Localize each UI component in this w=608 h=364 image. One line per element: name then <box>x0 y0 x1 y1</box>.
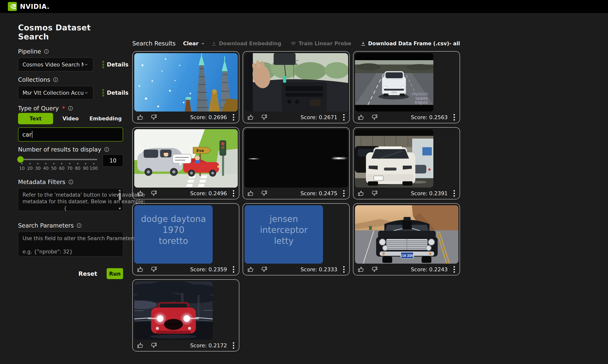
nvidia-wordmark: NVIDIA. <box>20 3 50 10</box>
slide-text-line: letty <box>274 235 294 247</box>
info-icon[interactable] <box>44 49 49 54</box>
thumbs-down-icon[interactable] <box>261 190 267 197</box>
download-embedding-label: Download Embedding <box>219 40 281 46</box>
thumbs-down-icon[interactable] <box>150 342 157 349</box>
scrollbar-thumb[interactable] <box>119 193 121 200</box>
result-card: dodge daytona 1970 toretto Score: 0.2359 <box>132 203 239 275</box>
video-thumbnail-castle-cartoon[interactable] <box>134 53 238 112</box>
metadata-filters-textarea[interactable]: Refer to the 'metadata' button to view a… <box>18 188 123 211</box>
video-thumbnail-red-car-night[interactable] <box>134 281 213 340</box>
thumbs-up-icon[interactable] <box>358 190 364 197</box>
thumbs-down-icon[interactable] <box>261 266 267 273</box>
search-parameters-label: Search Parameters <box>18 222 74 229</box>
thumbs-up-icon[interactable] <box>247 114 254 120</box>
download-embedding-button[interactable]: Download Embedding <box>211 40 281 46</box>
tab-video[interactable]: Video <box>53 113 88 124</box>
kebab-menu-icon[interactable] <box>453 265 456 273</box>
required-asterisk: * <box>62 105 65 112</box>
num-results-slider[interactable]: 10 20 30 40 50 60 70 80 90 100 <box>18 155 98 171</box>
thumbs-down-icon[interactable] <box>150 190 157 197</box>
video-thumbnail-dark-night-road[interactable] <box>245 129 348 188</box>
watermark-line: RODAS <box>415 101 428 104</box>
pipeline-details-button[interactable]: Details <box>102 61 128 68</box>
tick-label: 10 <box>19 166 25 171</box>
scroll-down-arrow-icon[interactable] <box>118 208 121 209</box>
info-icon[interactable] <box>77 223 82 228</box>
slide-text-line: 1970 <box>163 224 184 235</box>
download-dataframe-button[interactable]: Download Data Frame (.csv)- all <box>361 40 460 46</box>
tab-embedding[interactable]: Embedding <box>88 113 123 124</box>
tick-label: 90 <box>83 166 88 171</box>
tick-label: 30 <box>35 166 40 171</box>
tick-label: 60 <box>59 166 65 171</box>
kebab-menu-icon[interactable] <box>232 113 235 121</box>
nvidia-logo: NVIDIA. <box>8 2 50 11</box>
score-value: 0.2671 <box>319 114 337 120</box>
info-icon[interactable] <box>68 106 73 111</box>
slider-thumb[interactable] <box>17 156 24 163</box>
textarea-scrollbar[interactable] <box>117 190 122 209</box>
video-thumbnail-garage-car[interactable] <box>355 129 433 188</box>
kebab-menu-icon[interactable] <box>342 189 345 197</box>
train-linear-probe-button[interactable]: Train Linear Probe <box>291 40 351 46</box>
kebab-menu-icon[interactable] <box>342 113 345 121</box>
search-parameters-textarea[interactable]: Use this field to alter the Search Param… <box>18 232 123 256</box>
video-thumbnail-classic-car[interactable]: 110 ZDQ <box>355 205 458 264</box>
kebab-menu-icon[interactable] <box>453 113 456 121</box>
thumbs-down-icon[interactable] <box>371 266 378 273</box>
collections-select[interactable]: Msr Vtt Collection Accuracy T... <box>18 86 93 100</box>
score-label: Score: <box>411 266 427 273</box>
score-value: 0.2563 <box>429 114 448 120</box>
thumbs-down-icon[interactable] <box>261 114 267 120</box>
video-thumbnail-cartoon-traffic[interactable]: Eva <box>134 129 238 188</box>
result-card: jensen interceptor letty Score: 0.2333 <box>243 203 350 275</box>
scroll-up-arrow-icon[interactable] <box>118 190 121 191</box>
kebab-menu-icon[interactable] <box>342 265 345 273</box>
result-card: 110 ZDQ Score: 0.2243 <box>353 203 460 275</box>
thumbs-up-icon[interactable] <box>358 266 364 273</box>
thumbs-up-icon[interactable] <box>137 266 144 273</box>
clear-button[interactable]: Clear <box>183 40 205 46</box>
video-thumbnail-text-slide[interactable]: jensen interceptor letty <box>245 205 323 264</box>
info-icon[interactable] <box>104 147 109 152</box>
download-icon <box>361 41 366 46</box>
query-value: car <box>22 131 32 138</box>
page-title: Cosmos Dataset Search <box>18 23 123 41</box>
slider-track[interactable] <box>18 159 97 160</box>
thumbs-down-icon[interactable] <box>150 114 157 120</box>
info-icon[interactable] <box>53 77 58 82</box>
thumbs-down-icon[interactable] <box>371 190 378 197</box>
info-icon[interactable] <box>68 179 74 185</box>
thumbs-up-icon[interactable] <box>358 114 364 120</box>
num-results-value-input[interactable]: 10 <box>103 155 123 167</box>
query-type-tabs: Text Video Embedding <box>18 113 123 124</box>
thumbs-down-icon[interactable] <box>371 114 378 120</box>
video-thumbnail-white-car-road[interactable]: MUNDO SOBRE RODAS <box>355 53 433 112</box>
run-button[interactable]: Run <box>107 268 123 279</box>
thumbs-up-icon[interactable] <box>137 342 144 349</box>
collections-details-label: Details <box>107 90 128 96</box>
metadata-filters-label: Metadata Filters <box>18 179 65 185</box>
thumbs-up-icon[interactable] <box>247 266 254 273</box>
slide-text-line: dodge daytona <box>141 213 206 224</box>
thumbs-down-icon[interactable] <box>150 266 157 273</box>
video-thumbnail-text-slide[interactable]: dodge daytona 1970 toretto <box>134 205 213 264</box>
top-navigation-bar: NVIDIA. <box>0 0 608 13</box>
text-caret <box>32 131 32 138</box>
thumbs-up-icon[interactable] <box>137 190 144 197</box>
kebab-menu-icon[interactable] <box>453 189 456 197</box>
kebab-menu-icon[interactable] <box>232 265 235 273</box>
collections-details-button[interactable]: Details <box>102 89 128 96</box>
thumbs-up-icon[interactable] <box>247 190 254 197</box>
kebab-menu-icon[interactable] <box>232 341 235 350</box>
query-text-input[interactable]: car <box>18 127 123 142</box>
tick-label: 40 <box>43 166 49 171</box>
result-card: Score: 0.2475 <box>243 127 350 199</box>
thumbs-up-icon[interactable] <box>137 114 144 120</box>
score-value: 0.2243 <box>429 266 448 273</box>
tab-text[interactable]: Text <box>18 113 53 124</box>
pipeline-select[interactable]: Cosmos Video Search Milvus <box>18 58 93 71</box>
video-thumbnail-dashboard[interactable] <box>245 53 348 112</box>
kebab-menu-icon[interactable] <box>232 189 235 197</box>
reset-button[interactable]: Reset <box>78 270 97 277</box>
